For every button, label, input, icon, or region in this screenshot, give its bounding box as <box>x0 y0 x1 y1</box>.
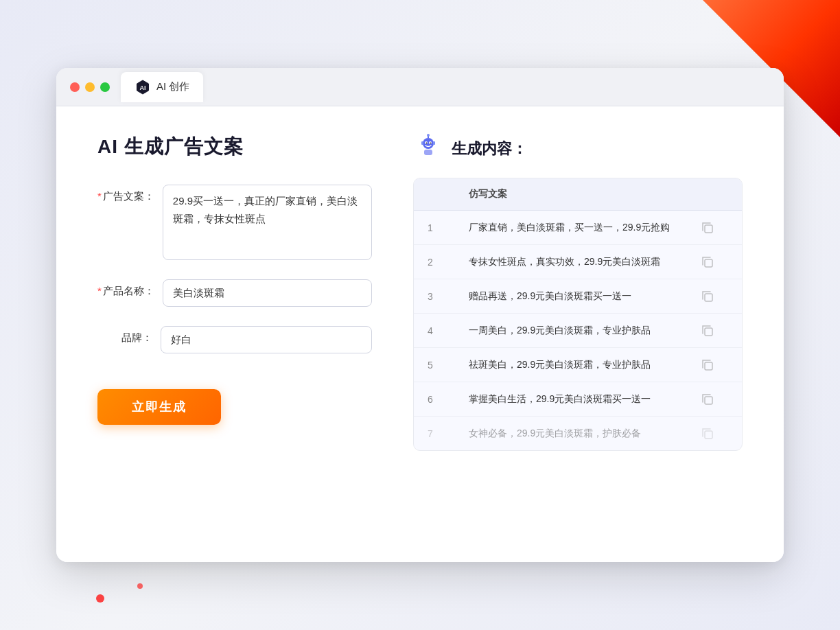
ad-copy-input[interactable]: 29.9买一送一，真正的厂家直销，美白淡斑霜，专抹女性斑点 <box>163 185 372 260</box>
svg-point-1 <box>423 138 434 149</box>
right-panel: 生成内容： 仿写文案 1 厂家直销，美白淡斑霜，买一送一，29.9元抢购 <box>413 134 743 535</box>
svg-point-7 <box>427 134 430 137</box>
copy-icon-4[interactable] <box>701 324 714 338</box>
title-bar: AI AI 创作 <box>56 68 784 106</box>
window-controls <box>70 82 110 92</box>
bg-dot-red2 <box>137 583 143 589</box>
tab-label: AI 创作 <box>156 80 189 93</box>
ai-tab-icon: AI <box>135 79 151 95</box>
brand-group: 品牌： <box>97 326 372 353</box>
table-row: 7 女神必备，29.9元美白淡斑霜，护肤必备 <box>414 417 742 450</box>
copy-icon-6[interactable] <box>701 393 714 406</box>
row-text-6: 掌握美白生活，29.9元美白淡斑霜买一送一 <box>469 392 701 406</box>
maximize-button[interactable] <box>100 82 110 92</box>
generate-button[interactable]: 立即生成 <box>97 389 221 425</box>
browser-window: AI AI 创作 AI 生成广告文案 广告文案： 29.9买一送一，真正的厂家直… <box>56 68 784 562</box>
row-num-3: 3 <box>428 291 469 302</box>
row-num-4: 4 <box>428 325 469 336</box>
row-text-7: 女神必备，29.9元美白淡斑霜，护肤必备 <box>469 426 701 441</box>
svg-rect-17 <box>705 431 712 439</box>
ai-tab[interactable]: AI AI 创作 <box>121 72 203 102</box>
svg-rect-9 <box>433 141 435 145</box>
copy-icon-7[interactable] <box>701 427 714 441</box>
table-row: 6 掌握美白生活，29.9元美白淡斑霜买一送一 <box>414 382 742 417</box>
svg-rect-11 <box>705 225 712 233</box>
svg-rect-16 <box>705 397 712 404</box>
svg-rect-14 <box>705 328 712 336</box>
table-header-action <box>701 188 728 200</box>
row-num-5: 5 <box>428 360 469 371</box>
table-header-num <box>428 188 469 200</box>
table-row: 2 专抹女性斑点，真实功效，29.9元美白淡斑霜 <box>414 245 742 279</box>
page-title: AI 生成广告文案 <box>97 134 372 160</box>
brand-input[interactable] <box>161 326 372 353</box>
table-header-text: 仿写文案 <box>469 188 701 200</box>
svg-rect-12 <box>705 259 712 267</box>
row-text-2: 专抹女性斑点，真实功效，29.9元美白淡斑霜 <box>469 255 701 269</box>
main-content: AI 生成广告文案 广告文案： 29.9买一送一，真正的厂家直销，美白淡斑霜，专… <box>56 106 784 562</box>
result-header: 生成内容： <box>413 134 743 164</box>
svg-point-5 <box>430 143 432 144</box>
ad-copy-label: 广告文案： <box>97 185 154 203</box>
row-num-7: 7 <box>428 428 469 439</box>
row-text-5: 祛斑美白，29.9元美白淡斑霜，专业护肤品 <box>469 358 701 372</box>
row-text-3: 赠品再送，29.9元美白淡斑霜买一送一 <box>469 289 701 303</box>
product-name-group: 产品名称： <box>97 279 372 307</box>
table-row: 5 祛斑美白，29.9元美白淡斑霜，专业护肤品 <box>414 348 742 382</box>
copy-icon-5[interactable] <box>701 358 714 372</box>
table-header: 仿写文案 <box>414 178 742 211</box>
bg-dot-red <box>96 594 104 603</box>
copy-icon-3[interactable] <box>701 290 714 303</box>
copy-icon-1[interactable] <box>701 221 714 235</box>
svg-text:AI: AI <box>140 84 146 91</box>
svg-rect-15 <box>705 362 712 370</box>
product-name-input[interactable] <box>163 279 372 307</box>
minimize-button[interactable] <box>85 82 95 92</box>
close-button[interactable] <box>70 82 80 92</box>
table-row: 3 赠品再送，29.9元美白淡斑霜买一送一 <box>414 279 742 314</box>
result-table: 仿写文案 1 厂家直销，美白淡斑霜，买一送一，29.9元抢购 2 专抹女性斑点，… <box>413 178 743 451</box>
tab-area: AI AI 创作 <box>121 72 203 102</box>
svg-rect-10 <box>424 150 432 155</box>
table-row: 1 厂家直销，美白淡斑霜，买一送一，29.9元抢购 <box>414 211 742 245</box>
brand-label: 品牌： <box>97 326 152 345</box>
product-name-label: 产品名称： <box>97 279 154 298</box>
svg-rect-8 <box>421 141 423 145</box>
row-text-4: 一周美白，29.9元美白淡斑霜，专业护肤品 <box>469 323 701 338</box>
row-num-2: 2 <box>428 257 469 268</box>
left-panel: AI 生成广告文案 广告文案： 29.9买一送一，真正的厂家直销，美白淡斑霜，专… <box>97 134 372 535</box>
row-num-6: 6 <box>428 394 469 405</box>
row-text-1: 厂家直销，美白淡斑霜，买一送一，29.9元抢购 <box>469 220 701 235</box>
svg-rect-13 <box>705 294 712 301</box>
copy-icon-2[interactable] <box>701 255 714 269</box>
row-num-1: 1 <box>428 222 469 233</box>
robot-icon <box>413 134 443 164</box>
table-row: 4 一周美白，29.9元美白淡斑霜，专业护肤品 <box>414 314 742 348</box>
ad-copy-group: 广告文案： 29.9买一送一，真正的厂家直销，美白淡斑霜，专抹女性斑点 <box>97 185 372 260</box>
svg-point-4 <box>426 143 428 144</box>
result-title: 生成内容： <box>452 139 527 159</box>
